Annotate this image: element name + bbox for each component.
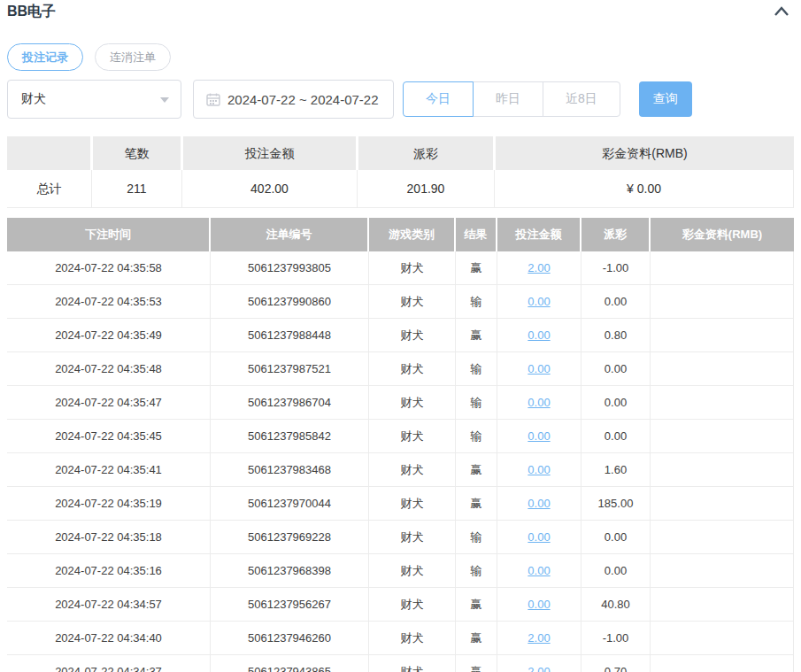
- bet-amount-link[interactable]: 2.00: [528, 665, 550, 672]
- bet-amount-link[interactable]: 0.00: [528, 530, 550, 544]
- order-id-cell: 5061237968398: [211, 554, 369, 587]
- bet-amount-link[interactable]: 0.00: [528, 429, 550, 443]
- bet-amount-cell: 2.00: [497, 655, 581, 672]
- tab-cancelled-orders[interactable]: 连消注单: [95, 43, 171, 71]
- last-8-days-button[interactable]: 近8日: [543, 81, 620, 117]
- payout-cell: 185.00: [581, 487, 651, 520]
- bonus-cell: [651, 655, 794, 672]
- result-cell: 输: [456, 352, 497, 385]
- bet-time-cell: 2024-07-22 04:35:18: [7, 521, 211, 553]
- bet-time-cell: 2024-07-22 04:35:19: [7, 487, 211, 520]
- table-row: 2024-07-22 04:34:405061237946260财犬赢2.00-…: [7, 622, 794, 655]
- summary-total-label: 总计: [7, 170, 92, 207]
- game-type-cell: 财犬: [369, 655, 456, 672]
- tab-bet-records[interactable]: 投注记录: [7, 43, 83, 71]
- bet-amount-link[interactable]: 0.00: [528, 497, 550, 510]
- bonus-cell: [651, 622, 794, 654]
- table-row: 2024-07-22 04:35:585061237993805财犬赢2.00-…: [7, 251, 794, 285]
- col-header-bet-amount: 投注金额: [497, 218, 581, 251]
- col-header-order-id: 注单编号: [211, 218, 369, 251]
- summary-header-count: 笔数: [93, 136, 183, 170]
- result-cell: 赢: [456, 251, 497, 284]
- chevron-up-icon: [773, 7, 790, 20]
- today-button[interactable]: 今日: [403, 81, 474, 117]
- game-type-cell: 财犬: [369, 622, 456, 654]
- bet-amount-link[interactable]: 0.00: [528, 362, 550, 375]
- result-cell: 赢: [456, 487, 497, 520]
- game-type-cell: 财犬: [369, 554, 456, 587]
- summary-total-bet-amount: 402.00: [182, 170, 358, 207]
- summary-header-bonus: 彩金资料(RMB): [496, 136, 794, 170]
- bonus-cell: [651, 251, 794, 284]
- summary-header-bet-amount: 投注金额: [183, 136, 358, 170]
- bet-amount-link[interactable]: 0.00: [528, 463, 550, 476]
- summary-total-row: 总计 211 402.00 201.90 ¥ 0.00: [7, 170, 794, 208]
- payout-cell: 0.00: [581, 285, 651, 318]
- summary-header-payout: 派彩: [358, 136, 496, 170]
- summary-total-count: 211: [92, 170, 182, 207]
- search-button[interactable]: 查询: [639, 81, 692, 117]
- payout-cell: 0.00: [581, 352, 651, 385]
- order-id-cell: 5061237969228: [211, 521, 369, 553]
- order-id-cell: 5061237986704: [211, 386, 369, 419]
- result-cell: 赢: [456, 319, 497, 351]
- bet-amount-cell: 2.00: [497, 251, 581, 284]
- bet-amount-cell: 2.00: [497, 622, 581, 654]
- bonus-cell: [651, 521, 794, 553]
- payout-cell: -1.00: [581, 251, 651, 284]
- yesterday-button[interactable]: 昨日: [473, 81, 543, 117]
- date-range-value: 2024-07-22 ~ 2024-07-22: [227, 92, 379, 107]
- payout-cell: 0.00: [581, 420, 651, 452]
- order-id-cell: 5061237983468: [211, 453, 369, 486]
- table-row: 2024-07-22 04:35:415061237983468财犬赢0.001…: [7, 453, 794, 487]
- payout-cell: 1.60: [581, 453, 651, 486]
- game-type-cell: 财犬: [369, 285, 456, 318]
- payout-cell: 0.00: [581, 386, 651, 419]
- bet-amount-link[interactable]: 0.00: [528, 328, 550, 342]
- order-id-cell: 5061237990860: [211, 285, 369, 318]
- bonus-cell: [651, 352, 794, 385]
- col-header-bonus: 彩金资料(RMB): [651, 218, 794, 251]
- bet-time-cell: 2024-07-22 04:35:41: [7, 453, 211, 486]
- bet-time-cell: 2024-07-22 04:35:49: [7, 319, 211, 351]
- calendar-icon: [206, 93, 220, 106]
- col-header-bet-time: 下注时间: [7, 218, 211, 251]
- collapse-button[interactable]: [771, 4, 792, 22]
- result-cell: 赢: [456, 622, 497, 654]
- chevron-down-icon: [160, 97, 169, 103]
- date-range-input[interactable]: 2024-07-22 ~ 2024-07-22: [193, 80, 394, 119]
- game-type-cell: 财犬: [369, 319, 456, 351]
- result-cell: 输: [456, 521, 497, 553]
- game-type-cell: 财犬: [369, 352, 456, 385]
- order-id-cell: 5061237988448: [211, 319, 369, 351]
- bet-amount-link[interactable]: 2.00: [528, 261, 550, 274]
- bonus-cell: [651, 285, 794, 318]
- bet-amount-link[interactable]: 0.00: [528, 564, 550, 577]
- table-row: 2024-07-22 04:34:575061237956267财犬赢0.004…: [7, 588, 794, 622]
- result-cell: 赢: [456, 588, 497, 621]
- bet-time-cell: 2024-07-22 04:35:53: [7, 285, 211, 318]
- table-row: 2024-07-22 04:35:165061237968398财犬输0.000…: [7, 554, 794, 588]
- summary-table: 笔数 投注金额 派彩 彩金资料(RMB) 总计 211 402.00 201.9…: [7, 136, 794, 208]
- record-type-tabs: 投注记录 连消注单: [7, 43, 794, 71]
- order-id-cell: 5061237946260: [211, 622, 369, 654]
- game-type-cell: 财犬: [369, 487, 456, 520]
- payout-cell: 0.00: [581, 521, 651, 553]
- bet-amount-cell: 0.00: [497, 352, 581, 385]
- bonus-cell: [651, 487, 794, 520]
- result-cell: 输: [456, 386, 497, 419]
- betting-records-panel: BB电子 投注记录 连消注单 财犬: [0, 0, 801, 672]
- bet-amount-link[interactable]: 0.00: [528, 396, 550, 409]
- bet-amount-link[interactable]: 0.00: [528, 598, 550, 611]
- bet-amount-link[interactable]: 0.00: [528, 295, 550, 308]
- payout-cell: 0.70: [581, 655, 651, 672]
- table-row: 2024-07-22 04:35:495061237988448财犬赢0.000…: [7, 319, 794, 352]
- table-header-row: 下注时间 注单编号 游戏类别 结果 投注金额 派彩 彩金资料(RMB): [7, 218, 794, 251]
- bet-time-cell: 2024-07-22 04:35:48: [7, 352, 211, 385]
- col-header-result: 结果: [456, 218, 497, 251]
- game-type-cell: 财犬: [369, 521, 456, 553]
- bet-time-cell: 2024-07-22 04:34:57: [7, 588, 211, 621]
- game-select[interactable]: 财犬: [7, 80, 181, 119]
- bet-amount-link[interactable]: 2.00: [528, 631, 550, 645]
- payout-cell: 0.80: [581, 319, 651, 351]
